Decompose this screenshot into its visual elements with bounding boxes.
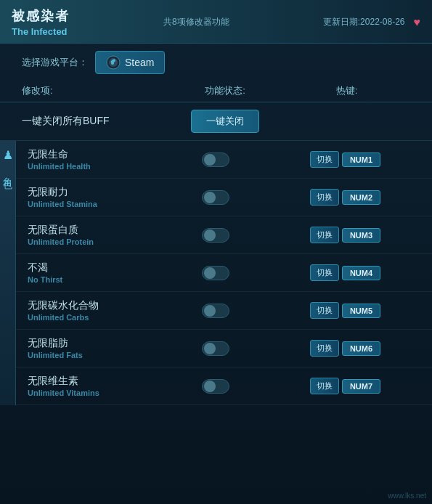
table-row: 无限蛋白质 Unlimited Protein 切换 NUM3 <box>16 216 432 254</box>
hotkey-key-5[interactable]: NUM6 <box>342 341 380 356</box>
onekey-label: 一键关闭所有BUFF <box>22 115 167 128</box>
toggle-1[interactable] <box>202 190 229 205</box>
toggle-4[interactable] <box>202 304 229 318</box>
col-header-hotkey: 热键: <box>283 84 410 97</box>
mod-name-en-2: Unlimited Protein <box>28 237 163 246</box>
hotkey-switch-6[interactable]: 切换 <box>310 378 339 394</box>
sidebar: ♟ 角色 <box>0 141 16 405</box>
table-row: 无限脂肪 Unlimited Fats 切换 NUM6 <box>16 330 432 367</box>
onekey-status: 一键关闭 <box>167 110 283 133</box>
platform-label: 选择游戏平台： <box>22 56 88 69</box>
hotkey-switch-3[interactable]: 切换 <box>310 264 339 281</box>
hotkey-switch-2[interactable]: 切换 <box>310 227 339 243</box>
toggle-2[interactable] <box>202 228 229 243</box>
mod-name-cn-6: 无限维生素 <box>28 375 163 388</box>
title-cn: 被感染者 <box>12 7 70 25</box>
mod-name-en-4: Unlimited Carbs <box>28 313 163 322</box>
platform-button[interactable]: Steam <box>95 51 165 74</box>
title-en: The Infected <box>12 26 70 37</box>
mod-name-cn-0: 无限生命 <box>28 148 163 161</box>
svg-point-1 <box>113 60 115 62</box>
mod-name-en-6: Unlimited Vitamins <box>28 389 163 397</box>
mods-list: 无限生命 Unlimited Health 切换 NUM1 无限耐力 Unlim… <box>16 141 432 405</box>
favorite-icon[interactable]: ♥ <box>414 16 421 29</box>
toggle-0[interactable] <box>202 153 229 167</box>
hotkey-key-4[interactable]: NUM5 <box>342 304 380 318</box>
hotkey-key-6[interactable]: NUM7 <box>342 379 380 394</box>
platform-button-label: Steam <box>125 57 154 68</box>
onekey-section: 一键关闭所有BUFF 一键关闭 <box>0 102 432 141</box>
hotkey-key-0[interactable]: NUM1 <box>342 153 380 167</box>
table-row: 无限耐力 Unlimited Stamina 切换 NUM2 <box>16 179 432 216</box>
col-header-status: 功能状态: <box>167 84 283 97</box>
hotkey-key-1[interactable]: NUM2 <box>342 190 380 205</box>
table-row: 无限维生素 Unlimited Vitamins 切换 NUM7 <box>16 367 432 405</box>
mod-name-en-0: Unlimited Health <box>28 162 163 171</box>
mod-name-en-5: Unlimited Fats <box>28 351 163 359</box>
table-row: 无限生命 Unlimited Health 切换 NUM1 <box>16 141 432 179</box>
table-row: 不渴 No Thirst 切换 NUM4 <box>16 254 432 292</box>
character-icon: ♟ <box>3 148 13 162</box>
main-container: 被感染者 The Infected 共8项修改器功能 更新日期:2022-08-… <box>0 0 432 504</box>
header-right: 更新日期:2022-08-26 ♥ <box>323 16 420 29</box>
mod-name-en-3: No Thirst <box>28 275 163 284</box>
mod-name-cn-2: 无限蛋白质 <box>28 224 163 237</box>
onekey-button[interactable]: 一键关闭 <box>191 110 259 133</box>
hotkey-switch-1[interactable]: 切换 <box>310 189 339 206</box>
steam-logo-icon <box>106 55 121 70</box>
hotkey-switch-4[interactable]: 切换 <box>310 302 339 319</box>
hotkey-switch-0[interactable]: 切换 <box>310 151 339 168</box>
hotkey-switch-5[interactable]: 切换 <box>310 340 339 357</box>
hotkey-key-2[interactable]: NUM3 <box>342 228 380 243</box>
update-date: 更新日期:2022-08-26 <box>323 16 405 28</box>
hotkey-key-3[interactable]: NUM4 <box>342 266 380 280</box>
mod-name-en-1: Unlimited Stamina <box>28 200 163 208</box>
mod-name-cn-1: 无限耐力 <box>28 186 163 199</box>
mod-name-cn-3: 不渴 <box>28 261 163 275</box>
mod-count: 共8项修改器功能 <box>163 16 229 28</box>
watermark: www.lks.net <box>388 492 426 500</box>
toggle-6[interactable] <box>202 379 229 394</box>
sidebar-label-text: 角色 <box>1 169 15 175</box>
toggle-5[interactable] <box>202 341 229 356</box>
col-header-mod: 修改项: <box>22 84 167 97</box>
mod-name-cn-5: 无限脂肪 <box>28 337 163 350</box>
mod-name-cn-4: 无限碳水化合物 <box>28 299 163 312</box>
table-row: 无限碳水化合物 Unlimited Carbs 切换 NUM5 <box>16 292 432 330</box>
platform-section: 选择游戏平台： Steam <box>0 44 432 80</box>
toggle-3[interactable] <box>202 266 229 280</box>
header-left: 被感染者 The Infected <box>12 7 70 37</box>
content-area: ♟ 角色 无限生命 Unlimited Health 切换 NUM1 <box>0 141 432 405</box>
header: 被感染者 The Infected 共8项修改器功能 更新日期:2022-08-… <box>0 0 432 44</box>
column-headers: 修改项: 功能状态: 热键: <box>0 80 432 102</box>
